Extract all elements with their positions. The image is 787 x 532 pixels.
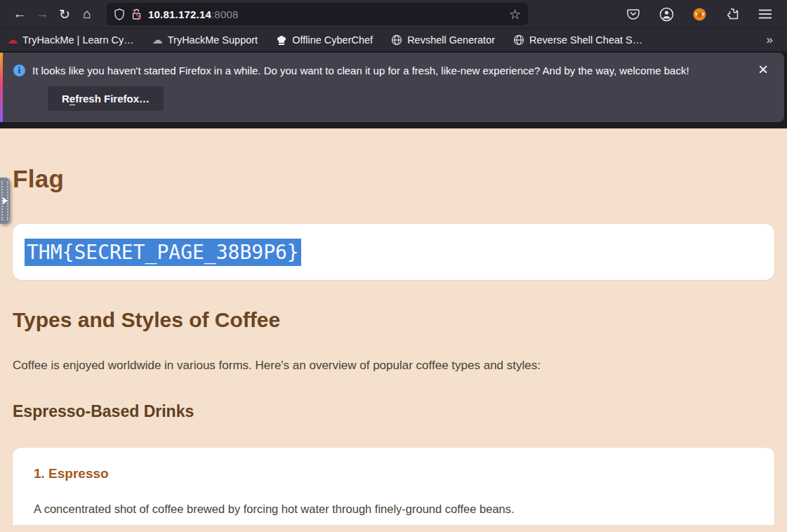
foxyproxy-extension-icon[interactable] bbox=[692, 6, 707, 22]
sidebar-pull-handle[interactable] bbox=[0, 178, 10, 224]
bookmark-label: Reverse Shell Cheat S… bbox=[529, 34, 642, 46]
globe-icon bbox=[513, 34, 524, 46]
page-content: Flag THM{SECRET_PAGE_38B9P6} Types and S… bbox=[0, 128, 787, 525]
menu-hamburger-icon[interactable] bbox=[758, 6, 773, 22]
flag-box: THM{SECRET_PAGE_38B9P6} bbox=[13, 224, 774, 280]
notification-zone: i It looks like you haven't started Fire… bbox=[0, 51, 787, 128]
bookmark-label: TryHackMe Support bbox=[168, 34, 258, 46]
espresso-card: 1. Espresso A concentrated shot of coffe… bbox=[13, 448, 774, 525]
bookmark-reverse-shell-cheatsheet[interactable]: Reverse Shell Cheat S… bbox=[513, 34, 642, 46]
bookmark-revshell-generator[interactable]: Revshell Generator bbox=[391, 34, 495, 46]
reload-icon[interactable]: ↻ bbox=[53, 3, 76, 25]
card-body: A concentrated shot of coffee brewed by … bbox=[34, 503, 753, 516]
shield-icon[interactable] bbox=[114, 8, 125, 20]
flag-heading: Flag bbox=[13, 128, 774, 193]
pocket-icon[interactable] bbox=[626, 6, 641, 22]
cloud-icon: ☁ bbox=[152, 34, 163, 46]
home-icon[interactable]: ⌂ bbox=[76, 3, 98, 25]
info-icon: i bbox=[13, 65, 25, 77]
bookmarks-overflow-chevron-icon[interactable]: » bbox=[767, 33, 780, 47]
url-port: :8008 bbox=[211, 8, 239, 20]
url-bar[interactable]: 10.81.172.14:8008 ☆ bbox=[107, 3, 528, 25]
bookmark-label: Offline CyberChef bbox=[292, 34, 373, 46]
insecure-lock-icon[interactable] bbox=[131, 8, 142, 20]
chef-hat-icon bbox=[276, 35, 287, 46]
bookmark-label: TryHackMe | Learn Cy… bbox=[22, 34, 134, 46]
page-title: Types and Styles of Coffee bbox=[13, 308, 774, 332]
notification-message: It looks like you haven't started Firefo… bbox=[32, 62, 734, 79]
close-icon[interactable]: × bbox=[753, 60, 773, 79]
refresh-notification: i It looks like you haven't started Fire… bbox=[0, 53, 784, 122]
bookmark-label: Revshell Generator bbox=[407, 34, 495, 46]
flag-value-selected-text: THM{SECRET_PAGE_38B9P6} bbox=[25, 239, 301, 266]
extensions-puzzle-icon[interactable] bbox=[725, 6, 740, 22]
bookmark-tryhackme[interactable]: ☁ TryHackMe | Learn Cy… bbox=[7, 34, 134, 46]
forward-icon[interactable]: → bbox=[31, 3, 53, 25]
tryhackme-cloud-icon: ☁ bbox=[7, 34, 18, 46]
card-heading: 1. Espresso bbox=[34, 466, 753, 481]
bookmark-star-icon[interactable]: ☆ bbox=[509, 6, 521, 22]
toolbar-right-icons bbox=[626, 6, 779, 22]
bookmarks-toolbar: ☁ TryHackMe | Learn Cy… ☁ TryHackMe Supp… bbox=[0, 28, 787, 51]
navigation-toolbar: ← → ↻ ⌂ 10.81.172.14:8008 ☆ bbox=[0, 0, 787, 28]
chevron-right-icon bbox=[3, 197, 8, 204]
account-icon[interactable] bbox=[659, 6, 674, 22]
bookmark-tryhackme-support[interactable]: ☁ TryHackMe Support bbox=[152, 34, 258, 46]
intro-paragraph: Coffee is enjoyed worldwide in various f… bbox=[13, 359, 774, 373]
back-icon[interactable]: ← bbox=[8, 3, 31, 25]
notification-accent-stripe bbox=[0, 53, 3, 122]
section-heading: Espresso-Based Drinks bbox=[13, 402, 774, 421]
url-host: 10.81.172.14 bbox=[148, 8, 211, 20]
globe-icon bbox=[391, 34, 402, 46]
bookmark-offline-cyberchef[interactable]: Offline CyberChef bbox=[276, 34, 373, 46]
refresh-firefox-button[interactable]: Refresh Firefox… bbox=[48, 86, 164, 111]
